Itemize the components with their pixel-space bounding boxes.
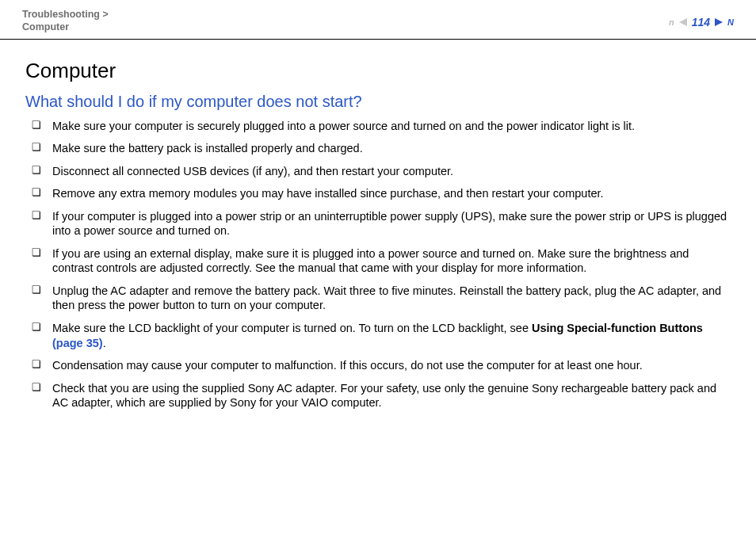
list-item: Make sure the LCD backlight of your comp… [32, 321, 727, 350]
list-item: Disconnect all connected USB devices (if… [32, 164, 727, 179]
n-label-right: N [727, 17, 734, 27]
bold-text: Using Special-function Buttons [532, 322, 703, 334]
breadcrumb: Troubleshooting > Computer [22, 8, 109, 34]
page-body: Computer What should I do if my computer… [0, 40, 756, 410]
list-item-text: If your computer is plugged into a power… [52, 210, 727, 238]
next-page-icon[interactable] [715, 18, 723, 26]
list-item-text: Remove any extra memory modules you may … [52, 187, 604, 200]
page-title: Computer [25, 59, 731, 83]
page-number: 114 [692, 16, 710, 29]
prev-page-icon[interactable] [679, 18, 687, 26]
section-title: What should I do if my computer does not… [25, 93, 731, 111]
list-item-text: Unplug the AC adapter and remove the bat… [52, 284, 721, 312]
list-item: Make sure the battery pack is installed … [32, 141, 727, 156]
list-item-text-pre: Make sure the LCD backlight of your comp… [52, 322, 532, 334]
breadcrumb-line1: Troubleshooting > [22, 8, 109, 21]
page-header: Troubleshooting > Computer n 114 N [0, 0, 756, 40]
list-item-text: If you are using an external display, ma… [52, 247, 689, 275]
list-item-text: Make sure the battery pack is installed … [52, 142, 363, 154]
list-item: If your computer is plugged into a power… [32, 209, 727, 238]
troubleshooting-list: Make sure your computer is securely plug… [25, 119, 731, 410]
list-item: If you are using an external display, ma… [32, 246, 727, 276]
list-item: Remove any extra memory modules you may … [32, 186, 727, 201]
list-item: Unplug the AC adapter and remove the bat… [32, 284, 727, 313]
list-item: Check that you are using the supplied So… [32, 381, 727, 410]
list-item-text: Make sure your computer is securely plug… [52, 120, 635, 132]
list-item-text: Condensation may cause your computer to … [52, 359, 643, 372]
list-item-text-post: . [103, 337, 106, 349]
n-label-left: n [669, 17, 674, 27]
list-item-text: Check that you are using the supplied So… [52, 382, 716, 410]
page-nav: n 114 N [669, 16, 734, 29]
list-item: Condensation may cause your computer to … [32, 358, 727, 373]
list-item-text: Disconnect all connected USB devices (if… [52, 165, 453, 177]
document-page: Troubleshooting > Computer n 114 N Compu… [0, 0, 756, 534]
page-link[interactable]: (page 35) [52, 337, 103, 349]
list-item: Make sure your computer is securely plug… [32, 119, 727, 134]
breadcrumb-line2: Computer [22, 21, 109, 33]
